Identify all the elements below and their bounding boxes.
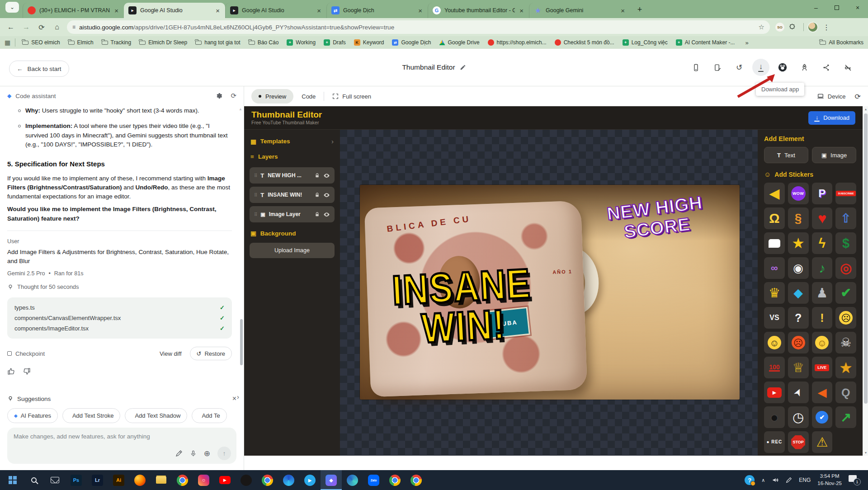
bookmark-item[interactable]: Checklist 5 món đồ... [551, 39, 618, 46]
tab-google-ai-studio-active[interactable]: ▸ Google AI Studio × [124, 3, 225, 18]
tab-close-icon[interactable]: × [316, 7, 322, 14]
lightning-sticker[interactable]: ϟ [812, 232, 833, 254]
dollar-sticker[interactable]: $ [835, 232, 856, 254]
youtube-app-icon[interactable]: ▶ [214, 470, 236, 490]
bookmark-item[interactable]: Elmich Dr Sleep [135, 39, 191, 46]
thumbnail-snow-monkey[interactable] [250, 291, 291, 316]
add-attachment-icon[interactable]: ⊕ [204, 449, 210, 458]
scroll-up-arrow[interactable]: ▲ [863, 108, 868, 111]
stop-sign-sticker[interactable]: STOP [788, 431, 809, 453]
file-row[interactable]: components/CanvasElementWrapper.tsx ✓ [14, 313, 225, 323]
bookmark-item[interactable]: Elmich [64, 39, 98, 46]
verified-badge-sticker[interactable]: ✔ [812, 406, 833, 428]
bookmark-item[interactable]: Tracking [98, 39, 136, 46]
suggestion-chip[interactable]: Add Text Shadow [125, 408, 187, 423]
assistant-refresh-icon[interactable]: ⟳ [231, 92, 236, 100]
zalo-app-icon[interactable]: Zalo [363, 470, 384, 490]
reload-icon[interactable]: ⟳ [34, 20, 49, 34]
tab-preview[interactable]: Preview [251, 89, 293, 104]
diamond-sticker[interactable]: ◆ [788, 282, 809, 304]
language-indicator[interactable]: ENG [799, 477, 811, 483]
tab-code[interactable]: Code [302, 93, 316, 100]
tab-search-button[interactable]: ⌄ [5, 2, 19, 13]
hundred-sticker[interactable]: 100 [764, 357, 785, 378]
bell-sticker[interactable]: Ω [764, 207, 785, 229]
bookmark-item[interactable]: Google Drive [435, 39, 484, 46]
volume-icon[interactable] [772, 476, 779, 484]
hidden-icons-chevron[interactable]: ∧ [761, 477, 765, 483]
scroll-up-arrow[interactable]: ▲ [239, 107, 242, 111]
send-button[interactable]: ↑ [217, 447, 231, 460]
thumbs-up-icon[interactable] [7, 368, 15, 375]
extension-icon[interactable]: SO [775, 23, 784, 32]
file-explorer-icon[interactable] [151, 470, 172, 490]
photoshop-app-icon[interactable]: Ps [66, 470, 87, 490]
profile-avatar[interactable] [807, 22, 818, 33]
vs-sticker[interactable]: VS [764, 307, 785, 329]
star-sticker[interactable]: ★ [788, 232, 809, 254]
pen-tray-icon[interactable] [786, 477, 792, 483]
exclamation-sticker[interactable]: ! [812, 307, 833, 329]
clock[interactable]: 3:54 PM 16-Nov-25 [817, 473, 842, 487]
tab-google-gemini[interactable]: ★ Google Gemini × [529, 3, 630, 18]
telegram-app-icon[interactable]: ▶ [299, 470, 321, 490]
api-key-icon[interactable] [839, 59, 856, 76]
bookmark-item[interactable]: + Working [283, 39, 320, 46]
lock-icon[interactable] [315, 212, 320, 217]
live-badge-sticker[interactable]: LIVE [812, 357, 833, 378]
tab-close-icon[interactable]: × [620, 7, 626, 14]
add-text-button[interactable]: T Text [764, 147, 808, 163]
assistant-input[interactable]: Make changes, add new features, ask for … [7, 428, 236, 464]
tab-close-icon[interactable]: × [113, 7, 119, 14]
preview-refresh-icon[interactable]: ⟳ [855, 92, 861, 101]
bookmark-item[interactable]: https://shop.elmich... [484, 39, 551, 46]
ribbon-medal-sticker[interactable]: § [788, 207, 809, 229]
apps-grid-icon[interactable]: ▦ [5, 39, 10, 46]
view-diff-button[interactable]: View diff [160, 349, 182, 358]
confetti-links-sticker[interactable]: ∞ [764, 257, 785, 279]
bookmark-item[interactable]: hang tot gia tot [191, 39, 244, 46]
bookmark-item[interactable]: + Drafs [320, 39, 350, 46]
mail-app-icon[interactable] [44, 470, 66, 490]
thumbs-down-icon[interactable] [23, 368, 31, 375]
suggestion-chip[interactable]: ◆ AI Features [7, 408, 58, 423]
tab-google-dich[interactable]: ⇄ Google Dịch × [326, 3, 428, 18]
skull-sticker[interactable]: ☠ [835, 332, 856, 353]
paint-roller-sticker[interactable]: P [812, 183, 833, 204]
illustrator-app-icon[interactable]: Ai [108, 470, 129, 490]
templates-section-button[interactable]: ▦ Templates › [250, 133, 335, 149]
full-screen-button[interactable]: Full screen [332, 93, 371, 100]
thumbnail-monkey-face[interactable] [250, 319, 291, 344]
bookmark-item[interactable]: + Log_Công việc [618, 39, 672, 46]
file-row[interactable]: components/ImageEditor.tsx ✓ [14, 323, 225, 334]
edit-title-icon[interactable] [460, 64, 466, 71]
chrome-app-icon-4[interactable] [406, 470, 427, 490]
chrome-app-icon[interactable] [172, 470, 193, 490]
megaphone-sticker[interactable]: ◀ [812, 382, 833, 403]
chat-scrollbar-thumb[interactable] [240, 319, 243, 365]
layer-row-insane-win[interactable]: ⠿ T INSANE WIN! [250, 187, 335, 203]
speech-bubble-sticker[interactable] [764, 232, 785, 254]
edge-app-icon[interactable] [278, 470, 299, 490]
camera-sticker[interactable]: ◉ [788, 257, 809, 279]
trophy-sticker[interactable]: ♕ [788, 357, 809, 378]
canvas-text-insane-win[interactable]: INSANE WIN! [384, 263, 540, 350]
thumbs-up-sticker[interactable]: ⇧ [835, 207, 856, 229]
smirk-emoji-sticker[interactable]: ☺ [764, 332, 785, 353]
new-star-sticker[interactable]: ★ [835, 357, 856, 378]
checkmark-sticker[interactable]: ✔ [835, 282, 856, 304]
app-details-icon[interactable] [687, 59, 704, 76]
drag-handle-icon[interactable]: ⠿ [254, 193, 257, 198]
subscribe-badge-sticker[interactable]: SUBSCRIBE [835, 183, 856, 204]
bookmark-item[interactable]: K Keyword [350, 39, 388, 46]
lock-icon[interactable] [315, 193, 320, 198]
suggestions-close-icon[interactable]: × [232, 395, 236, 403]
lock-icon[interactable] [315, 173, 320, 178]
drag-handle-icon[interactable]: ⠿ [254, 173, 257, 178]
scroll-down-arrow[interactable]: ▼ [863, 451, 868, 454]
wow-badge-sticker[interactable]: WOW [788, 183, 809, 204]
notification-center[interactable]: 1 [849, 475, 861, 485]
url-field[interactable]: ≡ aistudio.google.com/apps/drive/1GEH-87… [67, 20, 770, 34]
share-icon[interactable] [817, 59, 835, 76]
forward-icon[interactable]: → [19, 20, 33, 34]
